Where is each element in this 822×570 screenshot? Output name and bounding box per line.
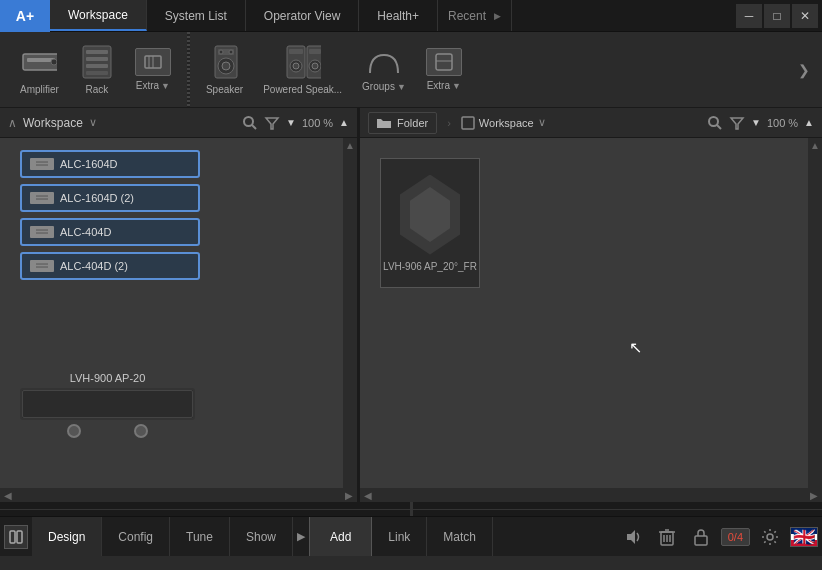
cursor-arrow-icon[interactable]: ▶: [293, 530, 309, 543]
amplifier-svg: [21, 48, 57, 76]
tab-recent[interactable]: Recent ▶: [438, 0, 512, 31]
title-tabs: Workspace System List Operator View Heal…: [50, 0, 736, 31]
amp-item-icon-svg: [32, 159, 52, 169]
toolbar-groups[interactable]: Groups ▼: [356, 43, 412, 96]
maximize-button[interactable]: □: [764, 4, 790, 28]
tab-operator-view[interactable]: Operator View: [246, 0, 359, 31]
right-panel-content: ▲ ▼ LVH-906 AP_20°_FR ↖ ◀ ▶: [360, 138, 822, 502]
right-h-scroll: ◀ ▶: [360, 488, 822, 502]
toolbar-amplifier[interactable]: Amplifier: [14, 40, 65, 99]
right-panel-filter-icon[interactable]: [729, 115, 745, 131]
count-value: 0/4: [728, 531, 743, 543]
left-h-scroll-right[interactable]: ▶: [345, 490, 353, 501]
right-zoom-up-arrow[interactable]: ▲: [804, 117, 814, 128]
tab-show[interactable]: Show: [230, 517, 293, 556]
workspace-label: Workspace: [479, 117, 534, 129]
right-zoom-down-arrow[interactable]: ▼: [751, 117, 761, 128]
right-h-scroll-right[interactable]: ▶: [810, 490, 818, 501]
bottom-actions: 0/4: [619, 523, 818, 551]
amp-item-1[interactable]: ALC-1604D: [20, 150, 200, 178]
workspace-breadcrumb[interactable]: Workspace ∨: [461, 116, 546, 130]
rack-label: Rack: [86, 84, 109, 95]
app-logo[interactable]: A+: [0, 0, 50, 32]
groups-label: Groups: [362, 81, 395, 92]
left-scroll-up[interactable]: ▲: [343, 138, 357, 153]
speaker-device: LVH-900 AP-20 ASSIGNING: [20, 372, 195, 442]
svg-rect-46: [10, 531, 15, 543]
tab-tune[interactable]: Tune: [170, 517, 230, 556]
amp-item-3[interactable]: ALC-404D: [20, 218, 200, 246]
tab-link[interactable]: Link: [372, 517, 427, 556]
lock-button[interactable]: [687, 523, 715, 551]
amp-item-4-label: ALC-404D (2): [60, 260, 128, 272]
right-panel-search-icon[interactable]: [707, 115, 723, 131]
toolbar-extra-left[interactable]: Extra ▼: [129, 44, 177, 95]
tab-match[interactable]: Match: [427, 517, 493, 556]
left-panel-header: ∧ Workspace ∨ ▼ 100 % ▲: [0, 108, 357, 138]
add-button[interactable]: Add: [309, 517, 372, 556]
svg-rect-36: [33, 228, 51, 236]
toolbar-collapse-arrow[interactable]: ❯: [798, 62, 818, 78]
close-button[interactable]: ✕: [792, 4, 818, 28]
bottom-bar: Design Config Tune Show ▶ Add Link Match: [0, 516, 822, 556]
minimize-button[interactable]: ─: [736, 4, 762, 28]
h-scrollbar-right: [413, 509, 823, 510]
left-zoom-up-arrow[interactable]: ▲: [339, 117, 349, 128]
left-panel-content: ▲ ▼ ALC-1604D: [0, 138, 357, 502]
main-toolbar: Amplifier Rack: [0, 32, 822, 108]
folder-button[interactable]: Folder: [368, 112, 437, 134]
tab-config[interactable]: Config: [102, 517, 170, 556]
extra-right-label: Extra: [427, 80, 450, 91]
toolbar-rack[interactable]: Rack: [73, 40, 121, 99]
left-h-scroll-left[interactable]: ◀: [4, 490, 12, 501]
svg-point-23: [312, 63, 318, 69]
right-h-scroll-left[interactable]: ◀: [364, 490, 372, 501]
left-panel-filter-icon[interactable]: [264, 115, 280, 131]
count-badge: 0/4: [721, 528, 750, 546]
svg-marker-29: [266, 118, 278, 129]
svg-rect-54: [695, 536, 707, 545]
volume-button[interactable]: [619, 523, 647, 551]
amp-item-2[interactable]: ALC-1604D (2): [20, 184, 200, 212]
left-panel-search-icon[interactable]: [242, 115, 258, 131]
settings-button[interactable]: [756, 523, 784, 551]
left-zoom-down-arrow[interactable]: ▼: [286, 117, 296, 128]
toolbar-left-section: Amplifier Rack: [4, 32, 187, 107]
tab-system-list[interactable]: System List: [147, 0, 246, 31]
tab-design[interactable]: Design: [32, 517, 102, 556]
extra-right-svg: [434, 52, 454, 72]
tab-health-plus[interactable]: Health+: [359, 0, 438, 31]
amp-item-3-label: ALC-404D: [60, 226, 111, 238]
amp-item-4[interactable]: ALC-404D (2): [20, 252, 200, 280]
speaker-thumbnail[interactable]: LVH-906 AP_20°_FR: [380, 158, 480, 288]
svg-point-43: [709, 117, 718, 126]
left-panel-chevron-down[interactable]: ∨: [89, 116, 97, 129]
workspace-chevron[interactable]: ∨: [538, 116, 546, 129]
powered-speaker-icon-container: [285, 44, 321, 80]
speaker-svg: [207, 44, 243, 80]
left-zoom-level: 100 %: [302, 117, 333, 129]
wheel-left: [67, 424, 81, 438]
powered-speaker-svg: [285, 44, 321, 80]
svg-point-2: [51, 59, 57, 65]
main-content: ∧ Workspace ∨ ▼ 100 % ▲ ▲: [0, 108, 822, 502]
language-flag[interactable]: [790, 527, 818, 547]
panel-toggle-icon: [9, 530, 23, 544]
amp-item-icon-svg-2: [32, 193, 52, 203]
svg-point-13: [222, 62, 230, 70]
right-scroll-up[interactable]: ▲: [808, 138, 822, 153]
speaker-label: Speaker: [206, 84, 243, 95]
amplifier-label: Amplifier: [20, 84, 59, 95]
svg-rect-4: [86, 50, 108, 54]
left-panel-chevron-up: ∧: [8, 116, 17, 130]
toolbar-speaker[interactable]: Speaker: [200, 40, 249, 99]
toolbar-powered-speaker[interactable]: Powered Speak...: [257, 40, 348, 99]
amp-item-icon-svg-3: [32, 227, 52, 237]
svg-line-44: [717, 125, 721, 129]
svg-rect-25: [436, 54, 452, 70]
panel-toggle-button[interactable]: [4, 525, 28, 549]
trash-button[interactable]: [653, 523, 681, 551]
svg-point-15: [219, 50, 223, 54]
tab-workspace[interactable]: Workspace: [50, 0, 147, 31]
toolbar-extra-right[interactable]: Extra ▼: [420, 44, 468, 95]
